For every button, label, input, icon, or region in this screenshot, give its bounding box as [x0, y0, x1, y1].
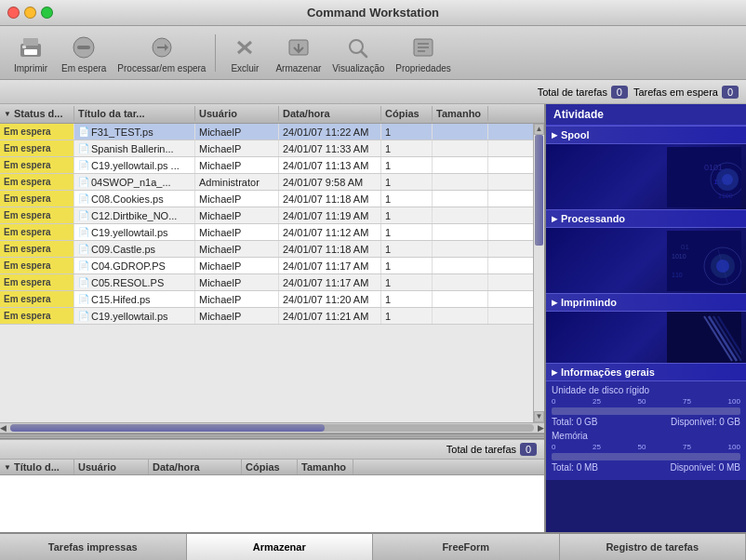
status-bar: Total de tarefas 0 Tarefas em espera 0 [0, 80, 746, 104]
table-row[interactable]: Em espera 📄 F31_TEST.ps MichaelP 24/01/0… [0, 124, 533, 140]
cell-user: MichaelP [195, 308, 279, 324]
delete-button[interactable]: Excluir [221, 31, 268, 75]
tab-freeform[interactable]: FreeForm [373, 534, 560, 560]
bottom-status-bar: Total de tarefas 0 [0, 439, 544, 460]
processing-header[interactable]: ▶ Processando [546, 209, 746, 228]
table-row[interactable]: Em espera 📄 C09.Castle.ps MichaelP 24/01… [0, 241, 533, 258]
scroll-down-button[interactable]: ▼ [534, 411, 544, 422]
processing-section: ▶ Processando 1010 01 110 [546, 209, 746, 293]
cell-title: 📄 C19.yellowtail.ps [74, 308, 195, 324]
table-row[interactable]: Em espera 📄 C05.RESOL.PS MichaelP 24/01/… [0, 274, 533, 291]
cell-title: 📄 C09.Castle.ps [74, 241, 195, 257]
svg-text:110: 110 [672, 272, 683, 278]
window-title: Command Workstation [307, 6, 439, 20]
bottom-tabs: Tarefas impressas Armazenar FreeForm Reg… [0, 532, 746, 560]
scroll-up-button[interactable]: ▲ [534, 124, 544, 135]
props-button[interactable]: Propriedades [392, 31, 454, 75]
scroll-left[interactable]: ◀ [0, 423, 7, 433]
table-row[interactable]: Em espera 📄 C19.yellowtail.ps MichaelP 2… [0, 308, 533, 325]
cell-user: MichaelP [195, 291, 279, 307]
disk-values: Total: 0 GB Disponível: 0 GB [552, 417, 740, 427]
activity-header: Atividade [546, 104, 746, 126]
disk-label: Unidade de disco rígido [552, 385, 740, 395]
preview-icon [343, 33, 373, 62]
disk-ticks: 0 25 50 75 100 [552, 397, 740, 406]
cell-copies: 1 [381, 258, 433, 273]
bottom-total-badge: Total de tarefas 0 [446, 443, 537, 456]
scroll-thumb[interactable] [535, 135, 543, 246]
bottom-header-user: Usuário [74, 460, 149, 474]
total-label: Total de tarefas [538, 87, 607, 98]
cell-date: 24/01/07 11:18 AM [279, 191, 381, 207]
cell-user: MichaelP [195, 140, 279, 156]
file-icon: 📄 [78, 210, 89, 220]
cell-title: 📄 Spanish Ballerin... [74, 140, 195, 156]
file-icon: 📄 [78, 277, 89, 287]
disk-total: Total: 0 GB [552, 417, 597, 427]
cell-size [433, 258, 488, 273]
tab-printed[interactable]: Tarefas impressas [0, 534, 187, 560]
cell-copies: 1 [381, 140, 433, 156]
spool-arrow: ▶ [552, 131, 557, 140]
scroll-right[interactable]: ▶ [538, 423, 544, 433]
processing-arrow: ▶ [552, 215, 557, 223]
file-icon: 📄 [78, 177, 89, 187]
table-row[interactable]: Em espera 📄 C12.Dirtbike_NO... MichaelP … [0, 207, 533, 224]
cell-date: 24/01/07 11:19 AM [279, 207, 381, 223]
minimize-button[interactable] [24, 7, 36, 19]
info-arrow: ▶ [552, 368, 557, 377]
cell-copies: 1 [381, 241, 433, 257]
disk-progress-bar [552, 407, 740, 415]
tab-store[interactable]: Armazenar [187, 534, 374, 560]
cell-title: 📄 C19.yellowtail.ps [74, 224, 195, 240]
cell-title: 📄 F31_TEST.ps [74, 124, 195, 140]
table-row[interactable]: Em espera 📄 C08.Cookies.ps MichaelP 24/0… [0, 191, 533, 207]
bottom-header-size: Tamanho [298, 460, 353, 474]
waiting-button[interactable]: Em espera [58, 31, 110, 75]
spool-image: 1010 0101 1100 [546, 144, 746, 209]
table-with-scroll: Em espera 📄 F31_TEST.ps MichaelP 24/01/0… [0, 124, 544, 422]
close-button[interactable] [7, 7, 20, 19]
h-scrollbar[interactable] [10, 424, 534, 432]
cell-size [433, 308, 488, 324]
table-row[interactable]: Em espera 📄 C19.yellowtail.ps MichaelP 2… [0, 224, 533, 241]
total-badge: Total de tarefas 0 [538, 86, 628, 99]
header-status: ▼ Status d... [0, 106, 74, 121]
table-row[interactable]: Em espera 📄 04SWOP_n1a_... Administrator… [0, 174, 533, 191]
left-panel: ▼ Status d... Título da tar... Usuário D… [0, 104, 546, 532]
svg-point-23 [722, 174, 733, 185]
cell-user: MichaelP [195, 224, 279, 240]
cell-date: 24/01/07 11:17 AM [279, 258, 381, 273]
table-row[interactable]: Em espera 📄 C19.yellowtail.ps ... Michae… [0, 157, 533, 174]
cell-copies: 1 [381, 274, 433, 290]
maximize-button[interactable] [41, 7, 53, 19]
cell-copies: 1 [381, 308, 433, 324]
sort-triangle: ▼ [4, 110, 11, 118]
preview-button[interactable]: Visualização [328, 31, 388, 75]
cell-status: Em espera [0, 124, 74, 140]
store-button[interactable]: Armazenar [272, 31, 325, 75]
cell-copies: 1 [381, 291, 433, 307]
cell-size [433, 124, 488, 140]
cell-title: 📄 04SWOP_n1a_... [74, 174, 195, 190]
tab-joblog[interactable]: Registro de tarefas [560, 534, 747, 560]
total-count: 0 [611, 86, 628, 99]
table-row[interactable]: Em espera 📄 C04.GDROP.PS MichaelP 24/01/… [0, 258, 533, 274]
cell-size [433, 207, 488, 223]
cell-status: Em espera [0, 174, 74, 190]
memory-total: Total: 0 MB [552, 462, 598, 473]
table-row[interactable]: Em espera 📄 C15.Hifed.ps MichaelP 24/01/… [0, 291, 533, 308]
info-section-header[interactable]: ▶ Informações gerais [546, 363, 746, 381]
printing-image [546, 312, 746, 363]
spool-header[interactable]: ▶ Spool [546, 126, 746, 144]
memory-progress-bar [552, 453, 740, 460]
process-button[interactable]: Processar/em espera [113, 31, 209, 75]
printing-header[interactable]: ▶ Imprimindo [546, 293, 746, 312]
print-button[interactable]: Imprimir [7, 31, 54, 75]
svg-rect-3 [22, 46, 26, 48]
print-label: Imprimir [14, 63, 47, 73]
table-row[interactable]: Em espera 📄 Spanish Ballerin... MichaelP… [0, 140, 533, 157]
vertical-scrollbar[interactable]: ▲ ▼ [533, 124, 544, 422]
waiting-badge: Tarefas em espera 0 [633, 86, 739, 99]
printing-arrow: ▶ [552, 299, 557, 307]
